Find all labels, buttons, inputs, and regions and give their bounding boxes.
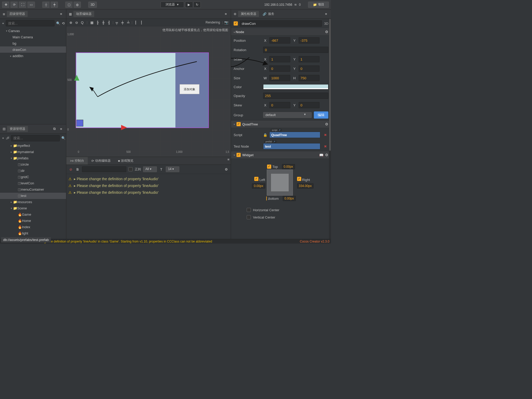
hierarchy-node-drawcon[interactable]: drawCon <box>0 46 66 53</box>
asset-item-light[interactable]: 🔥 light <box>0 230 66 237</box>
position-y-input[interactable] <box>299 37 320 44</box>
assets-menu-icon[interactable]: ≡ <box>59 126 63 131</box>
clear-console-button[interactable]: ⊘ <box>68 167 73 172</box>
script-reference[interactable]: script↗QuadTree <box>269 132 320 138</box>
level-dropdown[interactable]: All ▾ <box>143 166 157 172</box>
asset-item-gridc[interactable]: ◫ gridC <box>0 174 66 180</box>
console-settings-icon[interactable]: ⚙ <box>224 167 229 172</box>
move-tool-button[interactable]: ✥ <box>2 2 9 8</box>
world-button[interactable]: ◍ <box>74 2 81 8</box>
size-w-input[interactable] <box>269 75 290 81</box>
skew-y-input[interactable] <box>299 102 320 108</box>
log-row[interactable]: ⚠▸ Please change the definition of prope… <box>68 182 229 189</box>
widget-settings-icon[interactable]: ⚙ <box>325 153 328 157</box>
quadtree-active-checkbox[interactable] <box>237 122 241 126</box>
panel-menu-icon[interactable]: ≡ <box>59 12 63 16</box>
widget-book-icon[interactable]: 📖 <box>319 153 323 157</box>
sort-button[interactable]: ↓F <box>6 136 9 141</box>
align5-icon[interactable]: ╪ <box>120 20 125 25</box>
scale-y-input[interactable] <box>299 56 320 62</box>
align1-icon[interactable]: ╟ <box>95 20 100 25</box>
asset-item-circle[interactable]: ◫ circle <box>0 161 66 168</box>
anchor-tool-button[interactable]: ┼ <box>42 2 50 8</box>
vc-checkbox[interactable] <box>247 215 251 219</box>
asset-item-mymaterial[interactable]: ▸ 📁 mymaterial <box>0 149 66 155</box>
hierarchy-title[interactable]: 层级管理器 <box>7 11 28 17</box>
left-value[interactable]: 0.00px <box>252 183 265 189</box>
assets-search-input[interactable] <box>11 135 60 141</box>
browser-dropdown[interactable]: 浏览器 ▼ <box>161 2 184 8</box>
scale-x-input[interactable] <box>269 56 290 62</box>
local-button[interactable]: ▢ <box>65 2 73 8</box>
log-row[interactable]: ⚠▸ Please change the definition of prope… <box>68 189 229 196</box>
hierarchy-node-addbtn[interactable]: ▸addBtn <box>0 53 66 59</box>
assets-search-icon[interactable]: 🔍 <box>61 136 66 141</box>
refresh-tool-button[interactable]: ⟳ <box>10 2 18 8</box>
skew-x-input[interactable] <box>269 102 290 108</box>
edit-group-button[interactable]: 编辑 <box>314 111 328 119</box>
console-filter-input[interactable] <box>82 166 126 172</box>
log-row[interactable]: ⚠▸ Please change the definition of prope… <box>68 176 229 182</box>
inspector-scrollbar[interactable] <box>329 19 331 239</box>
scene-viewport[interactable]: 使用鼠标右键平移视窗焦点，使用滚轮缩放视图 1,000 500 0 添加对象 0… <box>66 26 231 157</box>
refresh-icon[interactable]: ⟲ <box>62 21 65 26</box>
fontsize-dropdown[interactable]: 14 ▾ <box>166 166 180 172</box>
node-active-checkbox[interactable] <box>234 21 238 26</box>
remove-prefab-button[interactable]: ✖ <box>322 144 328 148</box>
hc-checkbox[interactable] <box>247 208 251 212</box>
hierarchy-node-bg[interactable]: bg <box>0 40 66 46</box>
pivot-tool-button[interactable]: ┿ <box>51 2 58 8</box>
opacity-input[interactable] <box>263 93 328 99</box>
project-button[interactable]: 📁 项目 <box>308 2 329 8</box>
asset-item-test[interactable]: ◫ test <box>0 193 66 199</box>
scene-title[interactable]: 场景编辑器 <box>73 11 94 17</box>
quadtree-settings-icon[interactable]: ⚙ <box>325 122 328 126</box>
group-dropdown[interactable]: default ▼ <box>263 112 312 118</box>
hierarchy-search-input[interactable] <box>6 20 55 26</box>
asset-item-levelcon[interactable]: ◫ levelCon <box>0 180 66 186</box>
add-object-button[interactable]: 添加对象 <box>180 84 199 94</box>
size-h-input[interactable] <box>299 75 320 81</box>
asset-item-index[interactable]: 🔥 Index <box>0 224 66 230</box>
asset-item-resources[interactable]: ▸ 📁 resources <box>0 199 66 205</box>
tab-inspector[interactable]: 属性检查器 <box>238 11 259 17</box>
scene-menu-icon[interactable]: ≡ <box>223 12 228 16</box>
asset-item-scene[interactable]: ▾ 📁 Scene <box>0 205 66 211</box>
search-icon[interactable]: 🔍 <box>56 21 60 26</box>
align4-icon[interactable]: ╤ <box>114 20 119 25</box>
asset-item-dir[interactable]: ◫ dir <box>0 168 66 174</box>
asset-item-menucontainer[interactable]: ◫ menuContainer <box>0 186 66 193</box>
assets-popout-icon[interactable]: ⧉ <box>52 126 57 131</box>
dist1-icon[interactable]: ┇ <box>133 20 138 25</box>
asset-item-home[interactable]: 🔥 Home <box>0 218 66 224</box>
asset-item-game[interactable]: 🔥 Game <box>0 211 66 218</box>
align2-icon[interactable]: ╫ <box>101 20 106 25</box>
align3-icon[interactable]: ╢ <box>107 20 111 25</box>
console-file-icon[interactable]: 🗎 <box>75 167 80 172</box>
anchor-x-input[interactable] <box>269 65 290 72</box>
x-axis-arrow-icon[interactable] <box>121 125 127 130</box>
rect-tool-button[interactable]: ▭ <box>27 2 35 8</box>
inspector-3d-button[interactable]: 3D <box>324 22 328 26</box>
hierarchy-node-canvas[interactable]: ▾Canvas <box>0 28 66 34</box>
play-button[interactable]: ▶ <box>185 2 192 8</box>
reload-button[interactable]: ↻ <box>193 2 201 8</box>
camera-icon[interactable]: 📷 <box>224 20 229 25</box>
assets-title[interactable]: 资源管理器 <box>7 126 28 132</box>
zoom-out-icon[interactable]: ⊖ <box>74 20 79 25</box>
bottom-checkbox[interactable] <box>266 196 267 201</box>
add-node-button[interactable]: + <box>2 21 4 26</box>
right-value[interactable]: 334.00px <box>297 183 314 189</box>
dist2-icon[interactable]: ┋ <box>139 20 144 25</box>
node-settings-icon[interactable]: ⚙ <box>325 30 328 34</box>
anchor-handle[interactable] <box>76 120 83 126</box>
console-menu-icon[interactable]: ≡ <box>226 157 231 162</box>
anchor-y-input[interactable] <box>299 65 320 72</box>
asset-item-prefabs[interactable]: ▾ 📁 prefabs <box>0 155 66 161</box>
align6-icon[interactable]: ╧ <box>126 20 131 25</box>
tab-animation[interactable]: ⟳动画编辑器 <box>88 157 114 165</box>
top-checkbox[interactable] <box>267 165 271 169</box>
y-axis-arrow-icon[interactable] <box>74 75 79 81</box>
zoom-in-icon[interactable]: ⊕ <box>68 20 73 25</box>
add-asset-button[interactable]: + <box>2 136 4 141</box>
